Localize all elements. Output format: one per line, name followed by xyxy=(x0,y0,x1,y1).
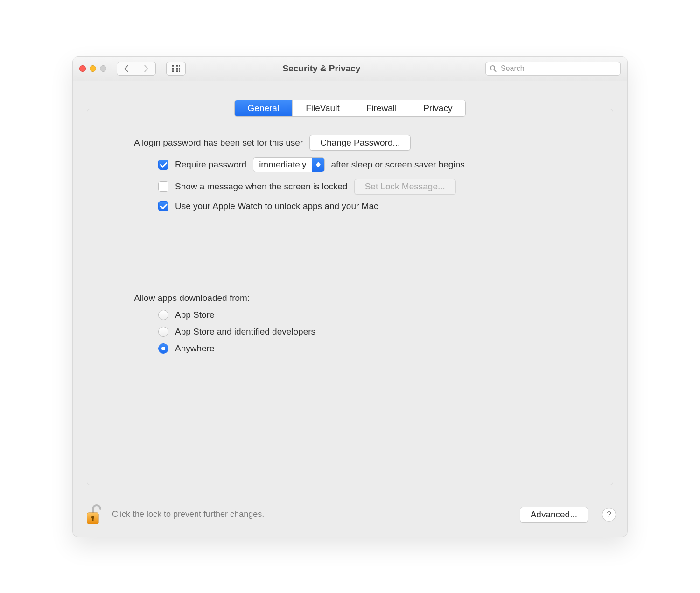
svg-rect-3 xyxy=(92,517,94,521)
chevron-left-icon xyxy=(124,65,129,72)
allow-apps-radio-identified[interactable] xyxy=(158,327,168,337)
search-input[interactable] xyxy=(500,64,616,73)
lock-hint-text: Click the lock to prevent further change… xyxy=(112,509,511,519)
allow-apps-label-appstore: App Store xyxy=(175,310,215,320)
search-field[interactable] xyxy=(485,62,621,76)
allow-apps-radio-appstore[interactable] xyxy=(158,310,168,320)
allow-apps-heading: Allow apps downloaded from: xyxy=(134,293,250,303)
lock-open-icon xyxy=(84,503,103,526)
advanced-button[interactable]: Advanced... xyxy=(520,507,588,523)
apple-watch-checkbox[interactable] xyxy=(158,201,168,211)
content-area: General FileVault Firewall Privacy A log… xyxy=(73,81,627,495)
footer: Click the lock to prevent further change… xyxy=(73,495,627,537)
require-password-checkbox[interactable] xyxy=(158,160,168,170)
apple-watch-label: Use your Apple Watch to unlock apps and … xyxy=(175,201,378,211)
lock-button[interactable] xyxy=(84,503,104,526)
login-password-text: A login password has been set for this u… xyxy=(134,138,303,148)
allow-apps-label-identified: App Store and identified developers xyxy=(175,327,315,337)
require-password-label-before: Require password xyxy=(175,160,246,170)
general-panel: A login password has been set for this u… xyxy=(87,109,613,485)
chevron-right-icon xyxy=(143,65,148,72)
forward-button[interactable] xyxy=(136,62,156,76)
allow-apps-label-anywhere: Anywhere xyxy=(175,343,215,354)
show-message-checkbox[interactable] xyxy=(158,181,168,192)
tab-privacy[interactable]: Privacy xyxy=(410,100,465,116)
nav-buttons xyxy=(117,62,156,76)
allow-apps-radio-anywhere[interactable] xyxy=(158,343,168,354)
section-divider xyxy=(87,279,613,279)
show-message-label: Show a message when the screen is locked xyxy=(175,181,348,192)
select-stepper-icon xyxy=(312,158,324,172)
tab-general[interactable]: General xyxy=(235,100,293,116)
change-password-button[interactable]: Change Password... xyxy=(309,135,411,151)
require-password-delay-select[interactable]: immediately xyxy=(253,157,324,172)
tab-firewall[interactable]: Firewall xyxy=(353,100,410,116)
require-password-delay-value: immediately xyxy=(253,160,312,170)
preferences-window: Security & Privacy General FileVault Fir… xyxy=(72,56,628,537)
tab-filevault[interactable]: FileVault xyxy=(292,100,353,116)
window-controls xyxy=(79,65,106,72)
minimize-window-button[interactable] xyxy=(90,65,96,72)
set-lock-message-button: Set Lock Message... xyxy=(354,179,456,195)
search-icon xyxy=(490,65,497,72)
require-password-label-after: after sleep or screen saver begins xyxy=(331,160,465,170)
titlebar: Security & Privacy xyxy=(73,57,627,81)
tab-bar: General FileVault Firewall Privacy xyxy=(87,100,613,117)
back-button[interactable] xyxy=(117,62,136,76)
zoom-window-button[interactable] xyxy=(100,65,106,72)
close-window-button[interactable] xyxy=(79,65,86,72)
help-button[interactable]: ? xyxy=(602,508,616,522)
window-title: Security & Privacy xyxy=(163,63,480,74)
